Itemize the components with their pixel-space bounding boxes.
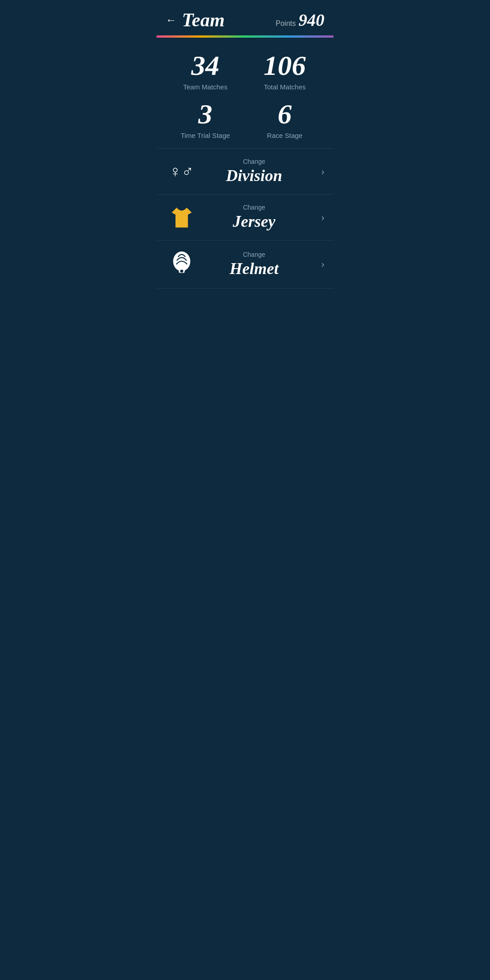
jersey-chevron-icon: › [321, 212, 324, 223]
jersey-change-label: Change [243, 204, 265, 211]
gender-icon-container: ♀♂ [166, 162, 197, 181]
helmet-change-label: Change [243, 251, 265, 258]
bottom-spacer [157, 289, 333, 379]
jersey-text: Change Jersey [197, 204, 324, 231]
points-label: Points [276, 20, 296, 28]
stat-total-matches: 106 Total Matches [245, 51, 324, 91]
division-chevron-icon: › [321, 167, 324, 177]
helmet-text: Change Helmet [197, 251, 324, 278]
helmet-title: Helmet [230, 259, 279, 278]
stat-race-stage: 6 Race Stage [245, 100, 324, 139]
division-title: Division [226, 166, 282, 185]
helmet-icon-container [166, 250, 197, 279]
helmet-menu-item[interactable]: Change Helmet › [157, 240, 333, 289]
time-trial-label: Time Trial Stage [181, 132, 230, 139]
helmet-icon [169, 250, 194, 279]
division-menu-item[interactable]: ♀♂ Change Division › [157, 148, 333, 195]
jersey-icon [169, 205, 194, 230]
gender-icon: ♀♂ [169, 162, 194, 181]
stats-grid: 34 Team Matches 106 Total Matches 3 Time… [157, 38, 333, 148]
points-container: Points 940 [276, 10, 324, 30]
total-matches-label: Total Matches [264, 83, 306, 91]
total-matches-number: 106 [264, 51, 306, 79]
header-left: ← Team [166, 9, 225, 31]
race-stage-label: Race Stage [267, 132, 302, 139]
svg-rect-2 [180, 270, 183, 272]
page-title: Team [182, 9, 225, 31]
time-trial-number: 3 [198, 100, 212, 128]
points-value: 940 [299, 10, 324, 30]
helmet-chevron-icon: › [321, 259, 324, 270]
division-text: Change Division [197, 158, 324, 185]
stat-team-matches: 34 Team Matches [166, 51, 245, 91]
header: ← Team Points 940 [157, 0, 333, 35]
stat-time-trial: 3 Time Trial Stage [166, 100, 245, 139]
race-stage-number: 6 [278, 100, 292, 128]
jersey-icon-container [166, 205, 197, 230]
menu-section: ♀♂ Change Division › Change Jersey › [157, 148, 333, 289]
jersey-menu-item[interactable]: Change Jersey › [157, 195, 333, 240]
division-change-label: Change [243, 158, 265, 165]
jersey-title: Jersey [233, 212, 275, 231]
team-matches-number: 34 [191, 51, 220, 79]
back-button[interactable]: ← [166, 14, 176, 26]
team-matches-label: Team Matches [183, 83, 228, 91]
